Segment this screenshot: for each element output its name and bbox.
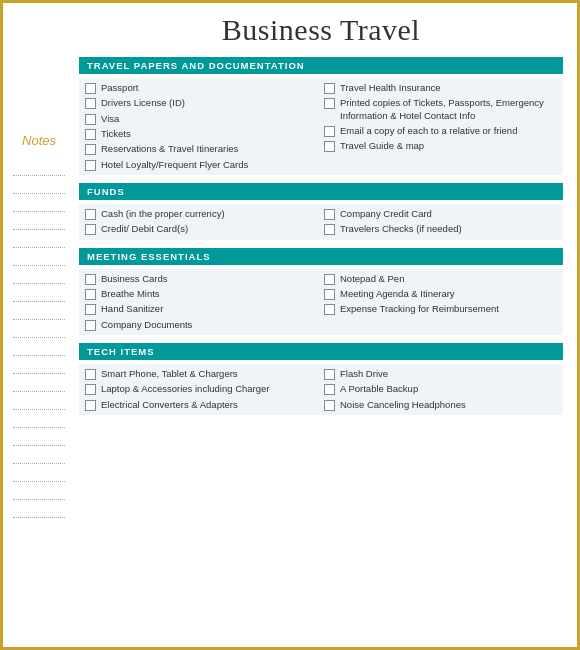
page-title: Business Travel [79,13,563,47]
section-body-meeting-essentials: Business CardsBreathe MintsHand Sanitize… [79,269,563,335]
list-item: Noise Canceling Headphones [324,399,557,411]
item-text: Printed copies of Tickets, Passports, Em… [340,97,557,122]
checkbox[interactable] [324,83,335,94]
list-item: Passport [85,82,318,94]
checkbox[interactable] [324,289,335,300]
item-text: Travel Guide & map [340,140,557,152]
item-text: Flash Drive [340,368,557,380]
item-text: Laptop & Accessories including Charger [101,383,318,395]
checkbox[interactable] [85,160,96,171]
note-line [13,320,65,338]
checkbox[interactable] [324,274,335,285]
note-lines [13,158,65,518]
note-line [13,482,65,500]
sections-container: TRAVEL PAPERS AND DOCUMENTATIONPassportD… [79,57,563,415]
checkbox[interactable] [85,400,96,411]
section-body-funds: Cash (in the proper currency)Credit/ Deb… [79,204,563,240]
checkbox[interactable] [85,144,96,155]
section-body-travel-papers: PassportDrivers License (ID)VisaTicketsR… [79,78,563,175]
checkbox[interactable] [324,141,335,152]
list-item: Meeting Agenda & Itinerary [324,288,557,300]
col-right-meeting-essentials: Notepad & PenMeeting Agenda & ItineraryE… [324,273,557,331]
list-item: Hotel Loyalty/Frequent Flyer Cards [85,159,318,171]
item-text: Visa [101,113,318,125]
list-item: Drivers License (ID) [85,97,318,109]
checkbox[interactable] [85,369,96,380]
note-line [13,500,65,518]
note-line [13,230,65,248]
checkbox[interactable] [85,289,96,300]
item-text: A Portable Backup [340,383,557,395]
checkbox[interactable] [324,209,335,220]
checkbox[interactable] [324,384,335,395]
note-line [13,410,65,428]
section-header-tech-items: TECH ITEMS [79,343,563,360]
note-line [13,284,65,302]
checkbox[interactable] [324,126,335,137]
checkbox[interactable] [85,98,96,109]
list-item: Visa [85,113,318,125]
list-item: Hand Sanitizer [85,303,318,315]
list-item: Email a copy of each to a relative or fr… [324,125,557,137]
checkbox[interactable] [85,129,96,140]
list-item: Company Documents [85,319,318,331]
checkbox[interactable] [85,83,96,94]
section-header-meeting-essentials: MEETING ESSENTIALS [79,248,563,265]
list-item: Electrical Converters & Adapters [85,399,318,411]
checkbox[interactable] [324,369,335,380]
checkbox[interactable] [85,209,96,220]
list-item: Breathe Mints [85,288,318,300]
item-text: Passport [101,82,318,94]
checkbox[interactable] [85,304,96,315]
list-item: Laptop & Accessories including Charger [85,383,318,395]
item-text: Travelers Checks (if needed) [340,223,557,235]
checkbox[interactable] [324,400,335,411]
note-line [13,356,65,374]
section-header-travel-papers: TRAVEL PAPERS AND DOCUMENTATION [79,57,563,74]
checkbox[interactable] [324,98,335,109]
page: Notes Business Travel TRAVEL PAPERS AND … [3,3,577,647]
item-text: Electrical Converters & Adapters [101,399,318,411]
item-text: Company Credit Card [340,208,557,220]
col-right-travel-papers: Travel Health InsurancePrinted copies of… [324,82,557,171]
note-line [13,212,65,230]
list-item: Credit/ Debit Card(s) [85,223,318,235]
list-item: Notepad & Pen [324,273,557,285]
list-item: Expense Tracking for Reimbursement [324,303,557,315]
item-text: Hand Sanitizer [101,303,318,315]
note-line [13,158,65,176]
item-text: Email a copy of each to a relative or fr… [340,125,557,137]
section-body-tech-items: Smart Phone, Tablet & ChargersLaptop & A… [79,364,563,415]
note-line [13,428,65,446]
item-text: Notepad & Pen [340,273,557,285]
checkbox[interactable] [85,320,96,331]
item-text: Meeting Agenda & Itinerary [340,288,557,300]
checkbox[interactable] [85,384,96,395]
section-travel-papers: TRAVEL PAPERS AND DOCUMENTATIONPassportD… [79,57,563,175]
list-item: Travelers Checks (if needed) [324,223,557,235]
list-item: Tickets [85,128,318,140]
col-left-travel-papers: PassportDrivers License (ID)VisaTicketsR… [85,82,318,171]
col-left-tech-items: Smart Phone, Tablet & ChargersLaptop & A… [85,368,318,411]
item-text: Tickets [101,128,318,140]
section-meeting-essentials: MEETING ESSENTIALSBusiness CardsBreathe … [79,248,563,335]
section-tech-items: TECH ITEMSSmart Phone, Tablet & Chargers… [79,343,563,415]
item-text: Drivers License (ID) [101,97,318,109]
section-funds: FUNDSCash (in the proper currency)Credit… [79,183,563,240]
col-left-funds: Cash (in the proper currency)Credit/ Deb… [85,208,318,236]
note-line [13,266,65,284]
list-item: Smart Phone, Tablet & Chargers [85,368,318,380]
item-text: Noise Canceling Headphones [340,399,557,411]
item-text: Credit/ Debit Card(s) [101,223,318,235]
checkbox[interactable] [324,304,335,315]
checkbox[interactable] [85,224,96,235]
list-item: Company Credit Card [324,208,557,220]
item-text: Travel Health Insurance [340,82,557,94]
list-item: Flash Drive [324,368,557,380]
list-item: Travel Health Insurance [324,82,557,94]
checkbox[interactable] [85,274,96,285]
sidebar: Notes [3,3,75,647]
list-item: Travel Guide & map [324,140,557,152]
checkbox[interactable] [85,114,96,125]
checkbox[interactable] [324,224,335,235]
